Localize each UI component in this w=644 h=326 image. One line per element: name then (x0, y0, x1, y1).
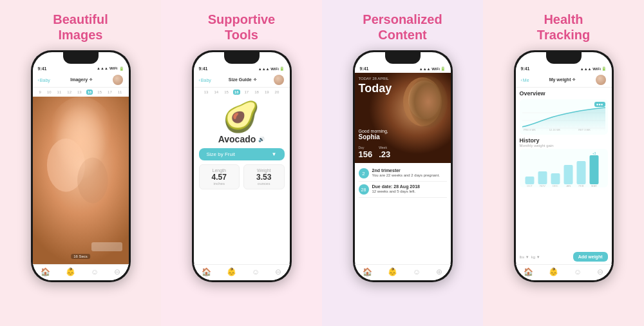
panel-1-title: Beautiful Images (53, 12, 108, 43)
phone3-hero: TODAY 28 APRIL Today Good morning, Sophi… (355, 73, 451, 163)
status-icons-4: ▲▲▲ WiFi 🔋 (580, 66, 607, 71)
bottom-nav-2: 🏠 👶 ☺ ⊖ (194, 264, 290, 280)
svg-point-6 (408, 81, 440, 119)
phone2-content: 🥑 Avocado 🔊 Size by Fruit ▼ Length (194, 97, 290, 264)
day-stat: Day 156 (359, 146, 373, 159)
length-stat: Length 4.57 inches (199, 164, 240, 189)
screen-content-2: 🥑 Avocado 🔊 Size by Fruit ▼ Length (194, 97, 290, 264)
nav-baby-4[interactable]: 👶 (549, 267, 558, 276)
history-chart: +3 OCT NOV DEC JAN FEB MAR (520, 149, 608, 187)
phone-notch-1 (63, 52, 99, 64)
nav-user-4[interactable]: ☺ (574, 267, 582, 276)
panel-1-title-line2: Images (59, 28, 103, 42)
avocado-container: 🥑 Avocado 🔊 (218, 102, 265, 144)
nav-minus-2[interactable]: ⊖ (275, 267, 281, 276)
svg-rect-15 (551, 173, 560, 184)
svg-text:MAR: MAR (591, 184, 597, 187)
avatar-4[interactable] (596, 75, 606, 85)
header-title-4: My weight ✧ (549, 77, 576, 82)
svg-text:JAN: JAN (565, 184, 571, 187)
status-time-4: 9:41 (521, 66, 530, 71)
panel-2-title: Supportive Tools (208, 12, 275, 43)
status-time-1: 9:41 (38, 66, 47, 71)
panel-health-tracking: Health Tracking 9:41 ▲▲▲ WiFi 🔋 ‹ Me My … (483, 0, 644, 326)
weight-value: 3.53 (256, 173, 271, 182)
history-section: History Monthly weight gain (520, 137, 608, 248)
weight-label: Weight (257, 168, 271, 173)
today-big: Today (359, 82, 392, 95)
history-title: History (520, 137, 608, 144)
svg-text:RET 3 WK: RET 3 WK (578, 128, 591, 131)
svg-text:+3: +3 (592, 152, 596, 155)
svg-text:OCT: OCT (527, 184, 533, 187)
list-item-due-date: 28 Due date: 28 Aug 2018 12 weeks and 5 … (359, 182, 447, 198)
baby-image: 16 Secs (33, 97, 129, 264)
app-header-4: ‹ Me My weight ✧ (516, 73, 612, 88)
status-icons-3: ▲▲▲ WiFi 🔋 (419, 66, 446, 71)
overview-chart: ●●● (520, 99, 608, 135)
today-stats: Day 156 Week .23 (359, 146, 391, 159)
panel-3-title-line2: Content (378, 28, 427, 42)
status-time-2: 9:41 (199, 66, 208, 71)
today-label: TODAY 28 APRIL (359, 77, 389, 81)
nav-plus-3[interactable]: ⊕ (436, 267, 442, 276)
back-button-2[interactable]: ‹ Baby (199, 78, 211, 82)
nav-baby-2[interactable]: 👶 (227, 267, 236, 276)
svg-rect-18 (589, 155, 598, 184)
size-selector[interactable]: Size by Fruit ▼ (199, 148, 285, 160)
list-item-trimester: 2 2nd trimester You are 22 weeks and 2 d… (359, 166, 447, 182)
nav-minus-1[interactable]: ⊖ (114, 267, 120, 276)
overview-title: Overview (520, 90, 608, 97)
avocado-emoji: 🥑 (223, 102, 260, 131)
phone-notch-3 (385, 52, 421, 64)
svg-point-3 (77, 158, 108, 204)
phone-notch-4 (546, 52, 582, 64)
phone-3: 9:41 ▲▲▲ WiFi 🔋 (353, 50, 453, 282)
status-bar-1: 9:41 ▲▲▲ WiFi 🔋 (33, 64, 129, 73)
app-header-2: ‹ Baby Size Guide ✧ (194, 73, 290, 88)
status-bar-4: 9:41 ▲▲▲ WiFi 🔋 (516, 64, 612, 73)
panel-4-title: Health Tracking (537, 12, 590, 43)
size-stats: Length 4.57 inches Weight 3.53 ounces (199, 164, 285, 189)
nav-minus-4[interactable]: ⊖ (597, 267, 603, 276)
back-button-4[interactable]: ‹ Me (521, 78, 529, 82)
screen-content-3: TODAY 28 APRIL Today Good morning, Sophi… (355, 73, 451, 264)
history-subtitle: Monthly weight gain (520, 144, 608, 148)
nav-user-1[interactable]: ☺ (91, 267, 99, 276)
nav-baby-3[interactable]: 👶 (388, 267, 397, 276)
screen-content-4: Overview ●●● (516, 88, 612, 264)
phone4-content: Overview ●●● (516, 88, 612, 264)
phone-4: 9:41 ▲▲▲ WiFi 🔋 ‹ Me My weight ✧ Overvie… (514, 50, 614, 282)
panel-3-title: Personalized Content (363, 12, 442, 43)
nav-home-4[interactable]: 🏠 (524, 267, 533, 276)
avatar-2[interactable] (274, 75, 284, 85)
nav-user-3[interactable]: ☺ (413, 267, 421, 276)
status-bar-3: 9:41 ▲▲▲ WiFi 🔋 (355, 64, 451, 73)
week-label-1: 16 Secs (71, 254, 90, 259)
screen-content-1: 16 Secs (33, 97, 129, 264)
chart-badge: ●●● (594, 102, 605, 107)
svg-text:FEB: FEB (578, 184, 583, 187)
panel-2-title-line1: Supportive (208, 12, 275, 26)
header-title-1: Imagery ✧ (70, 77, 93, 82)
svg-rect-17 (576, 161, 585, 184)
svg-point-5 (403, 77, 442, 126)
panel-2-title-line2: Tools (225, 28, 258, 42)
bottom-nav-1: 🏠 👶 ☺ ⊖ (33, 264, 129, 280)
nav-home-1[interactable]: 🏠 (41, 267, 50, 276)
add-weight-button[interactable]: Add weight (573, 252, 608, 262)
nav-home-2[interactable]: 🏠 (202, 267, 211, 276)
back-button-1[interactable]: ‹ Baby (38, 78, 50, 82)
phone-1: 9:41 ▲▲▲ WiFi 🔋 ‹ Baby Imagery ✧ 9 10 11 (31, 50, 131, 282)
avatar-1[interactable] (113, 75, 123, 85)
status-icons-1: ▲▲▲ WiFi 🔋 (97, 66, 123, 71)
nav-user-2[interactable]: ☺ (252, 267, 260, 276)
nav-home-3[interactable]: 🏠 (363, 267, 372, 276)
nav-baby-1[interactable]: 👶 (66, 267, 75, 276)
week-strip-2: 13 14 15 16 17 18 19 20 (194, 88, 290, 97)
panel-4-title-line2: Tracking (537, 28, 590, 42)
status-bar-2: 9:41 ▲▲▲ WiFi 🔋 (194, 64, 290, 73)
panel-beautiful-images: Beautiful Images 9:41 ▲▲▲ WiFi 🔋 ‹ Baby … (0, 0, 161, 326)
weight-stat: Weight 3.53 ounces (243, 164, 285, 189)
panel-3-title-line1: Personalized (363, 12, 442, 26)
